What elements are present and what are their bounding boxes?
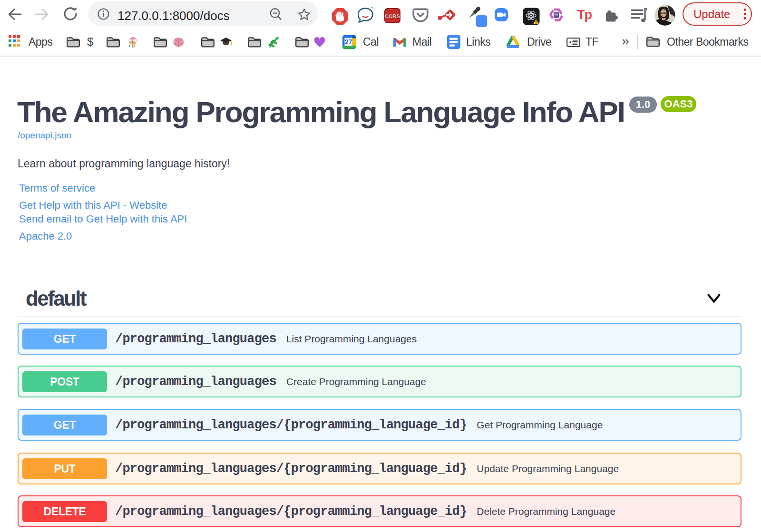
- svg-text:27: 27: [344, 38, 352, 46]
- svg-text:CORS: CORS: [385, 13, 400, 19]
